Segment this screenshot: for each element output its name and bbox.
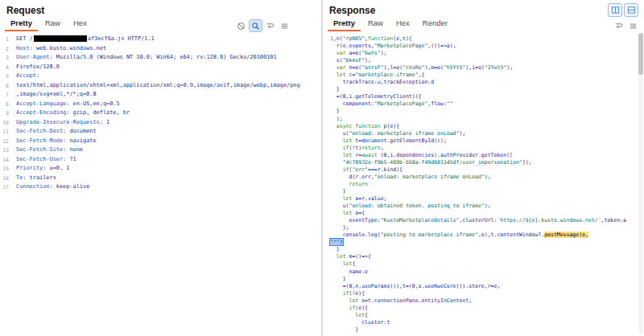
code-token: "hSYtS" <box>444 64 465 71</box>
request-line: 12Sec-Fetch-Mode: navigate <box>0 137 321 147</box>
code-token: let <box>343 137 353 144</box>
response-line-text: name:e <box>330 268 368 276</box>
request-line-text: Accept-Encoding: gzip, deflate, br <box>16 109 130 119</box>
wrap-icon[interactable] <box>264 20 276 31</box>
response-line-text: let c="marketplace-iframe",{ <box>330 72 424 79</box>
response-code-line: d(r.err,"onload: marketplace iframe onLo… <box>330 174 644 181</box>
search-icon[interactable] <box>250 20 262 31</box>
header-text: trailers <box>26 174 56 181</box>
request-line-text: Accept-Language: en-US,en;q=0.5 <box>16 100 120 110</box>
response-line-text: }; <box>330 224 349 232</box>
header-text: 1 <box>103 119 109 125</box>
header-text: Firefox/128.0 <box>16 64 60 70</box>
code-token: function <box>368 35 393 42</box>
wrap-icon[interactable] <box>613 20 625 31</box>
request-panel: Request PrettyRawHex 1GET /af3ecf6a.js H… <box>0 0 321 336</box>
header-text: Sec-Fetch-User: <box>16 156 66 162</box>
ban-icon[interactable] <box>235 20 247 31</box>
code-token: } <box>330 188 346 195</box>
code-token: var <box>336 64 346 71</box>
code-token: a=o( <box>346 50 362 56</box>
code-token: "MarketplacePage" <box>374 100 428 107</box>
line-number: 2 <box>0 45 16 55</box>
header-text: Accept: <box>16 72 39 79</box>
response-scrollbar[interactable] <box>638 33 643 334</box>
code-token: let <box>336 253 346 260</box>
response-code-line: "4c70932e-f9b5-489b-b50a-f49d683145df/us… <box>330 159 644 166</box>
response-line-text: } <box>330 276 346 283</box>
selected-text: "*") <box>330 239 343 245</box>
code-token <box>330 72 336 78</box>
code-token: } <box>330 326 358 333</box>
request-editor[interactable]: 1GET /af3ecf6a.js HTTP/1.12Host: web.kus… <box>0 31 321 336</box>
response-line-text: component:"MarketplacePage",flow:"" <box>330 100 453 108</box>
response-code-line: let m=()=>{ <box>330 253 644 260</box>
code-token: await <box>361 152 378 158</box>
code-token: ); <box>485 203 491 209</box>
code-token: "posting to marketplace iframe" <box>381 232 478 238</box>
code-token: o={ <box>352 210 365 216</box>
response-code-line: let r=await (0,i.dependencies).authProvi… <box>330 152 644 159</box>
request-line: 10Upgrade-Insecure-Requests: 1 <box>0 119 321 129</box>
response-code-line: r(e.exports,"MarketplacePage",(()=>a); <box>330 43 644 50</box>
header-text: Mozilla/5.0 (Windows NT 10.0; Win64; x64… <box>53 54 277 60</box>
header-text: web.kusto.windows.net <box>33 45 106 51</box>
code-token <box>330 137 343 144</box>
code-token: return <box>349 181 367 187</box>
code-token <box>330 50 336 56</box>
code-token: ); <box>485 174 491 180</box>
code-token: }; <box>330 224 349 231</box>
response-code-line: async function p(e){ <box>330 123 644 130</box>
code-token: console.log( <box>330 232 381 238</box>
response-code-line: =(0,i.getTelemetryClient)({ <box>330 93 644 100</box>
code-token <box>330 297 349 304</box>
code-token: function <box>355 123 380 129</box>
header-text: User-Agent: <box>16 54 53 60</box>
request-line-text: Host: web.kusto.windows.net <box>16 45 106 55</box>
code-token <box>330 305 349 311</box>
code-token: ); <box>459 130 465 137</box>
response-code-line: =(0,n.useParams)(),t=(0,s.useKweCore)().… <box>330 283 644 290</box>
request-lines: 1GET /af3ecf6a.js HTTP/1.12Host: web.kus… <box>0 35 321 193</box>
response-code-line: name:e <box>330 268 644 276</box>
code-token <box>330 159 343 166</box>
response-tab-render[interactable]: Render <box>417 17 453 31</box>
line-number: 17 <box>0 183 16 193</box>
code-token: s( <box>330 57 343 64</box>
response-line-text: var a=o("bwYs"); <box>330 50 386 57</box>
header-text: ,image/svg+xml,*/*;q=0.8 <box>16 91 97 97</box>
response-code-line: ); <box>330 116 644 123</box>
menu-icon[interactable] <box>279 20 291 31</box>
request-tab-pretty[interactable]: Pretty <box>5 17 38 31</box>
code-token: u( <box>330 203 349 209</box>
request-tab-hex[interactable]: Hex <box>68 17 93 31</box>
response-tab-pretty[interactable]: Pretty <box>328 17 361 31</box>
line-number: 10 <box>0 119 16 129</box>
line-number: 6 <box>0 82 16 92</box>
response-tab-raw[interactable]: Raw <box>362 17 389 31</box>
code-token: ) <box>340 239 343 245</box>
response-tab-hex[interactable]: Hex <box>390 17 415 31</box>
layout-columns-icon[interactable] <box>609 4 621 16</box>
header-text: Sec-Fetch-Site: <box>16 146 66 153</box>
request-line: 4Firefox/128.0 <box>0 64 321 73</box>
response-editor[interactable]: ),n("rpN85",function(e,t){ r(e.exports,"… <box>323 31 644 336</box>
code-token: (e,t){ <box>393 35 411 42</box>
header-text: Host: <box>16 45 33 51</box>
header-text: Upgrade-Insecure-Requests: <box>16 119 103 125</box>
header-text: Te: <box>16 174 26 181</box>
response-code-line: } <box>330 326 644 334</box>
code-token: =(0,i.getTelemetryClient)({ <box>330 93 422 100</box>
request-line: 16Te: trailers <box>0 174 321 184</box>
code-token: m=()=>{ <box>346 253 371 260</box>
code-token: d(r.err, <box>330 174 374 180</box>
response-line-text: "4c70932e-f9b5-489b-b50a-f49d683145df/us… <box>330 159 531 166</box>
response-header: Response <box>323 0 644 16</box>
layout-rows-icon[interactable] <box>625 4 638 16</box>
request-toolbar <box>235 20 291 31</box>
response-panel: Response PrettyRawHexRender ),n("rpN85",… <box>323 0 644 336</box>
request-tab-raw[interactable]: Raw <box>39 17 66 31</box>
scrollbar-thumb[interactable] <box>638 33 643 75</box>
line-number: 3 <box>0 54 16 64</box>
menu-icon[interactable] <box>627 20 639 31</box>
